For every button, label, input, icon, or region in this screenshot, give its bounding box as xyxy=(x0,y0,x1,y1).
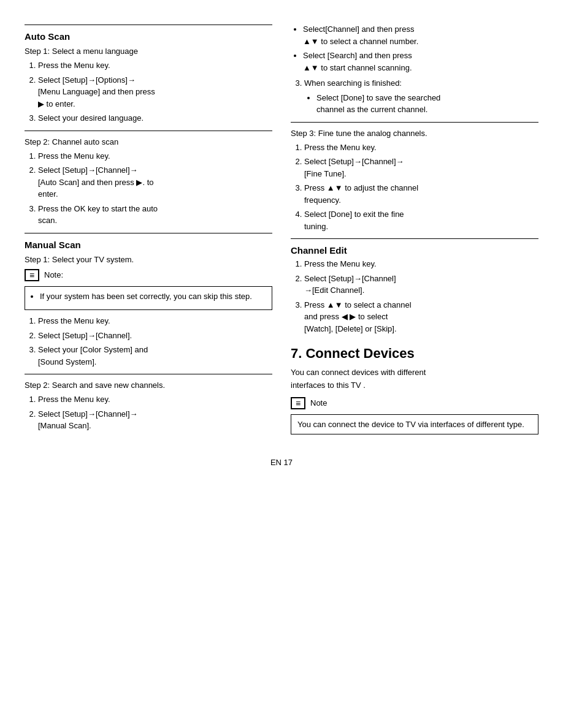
list-item: Press the Menu key. xyxy=(304,258,538,270)
list-item: Press ▲▼ to adjust the channelfrequency. xyxy=(304,182,538,206)
auto-scan-title: Auto Scan xyxy=(25,31,272,42)
list-item: Press the Menu key. xyxy=(38,315,272,327)
list-item: Select your [Color System] and[Sound Sys… xyxy=(38,344,272,368)
auto-scan-right-bullets: Select[Channel] and then press▲▼ to sele… xyxy=(303,23,538,74)
channel-edit-list: Press the Menu key. Select [Setup]→[Chan… xyxy=(304,258,538,335)
connect-note-icon xyxy=(291,397,305,409)
list-item: Select [Setup]→[Options]→[Menu Language]… xyxy=(38,74,272,110)
list-item: Select [Done] to save the searchedchanne… xyxy=(316,92,538,116)
list-item: If your system has been set correctly, y… xyxy=(40,290,266,303)
right-column: Select[Channel] and then press▲▼ to sele… xyxy=(291,18,538,439)
list-item: Select [Setup]→[Channel]→[Auto Scan] and… xyxy=(38,164,272,200)
list-item: Select [Done] to exit the finetuning. xyxy=(304,208,538,232)
list-item: Press the Menu key. xyxy=(38,150,272,162)
list-item: Press the Menu key. xyxy=(304,142,538,154)
page-number: EN 17 xyxy=(270,458,293,467)
fine-tune-list: Press the Menu key. Select [Setup]→[Chan… xyxy=(304,142,538,233)
list-item: Select [Setup]→[Channel]→[Manual Scan]. xyxy=(38,408,272,432)
manual-scan-title: Manual Scan xyxy=(25,240,272,250)
connect-devices-intro: You can connect devices with differentin… xyxy=(291,366,538,392)
list-item: Press ▲▼ to select a channeland press ◀ … xyxy=(304,299,538,335)
page-footer: EN 17 xyxy=(25,458,538,467)
step-divider-2 xyxy=(25,374,272,374)
list-item: Select [Setup]→[Channel]. xyxy=(38,330,272,342)
connect-note-box: You can connect the device to TV via int… xyxy=(291,414,538,435)
top-divider-left xyxy=(25,25,272,25)
note-bullet-list: If your system has been set correctly, y… xyxy=(40,290,266,303)
manual-scan-step2-list: Press the Menu key. Select [Setup]→[Chan… xyxy=(38,393,272,432)
auto-scan-step2-header: Step 2: Channel auto scan xyxy=(25,137,272,146)
note-icon xyxy=(25,269,39,281)
connect-note-text: You can connect the device to TV via int… xyxy=(297,420,524,429)
list-item: Select [Setup]→[Channel]→[Fine Tune]. xyxy=(304,156,538,180)
list-item: Select[Channel] and then press▲▼ to sele… xyxy=(303,23,538,47)
list-item: Press the Menu key. xyxy=(38,393,272,406)
fine-tune-step-header: Step 3: Fine tune the analog channels. xyxy=(291,129,538,138)
manual-scan-step1-header: Step 1: Select your TV system. xyxy=(25,255,272,264)
list-item: Select your desired language. xyxy=(38,112,272,124)
list-item: Press the OK key to start the autoscan. xyxy=(38,203,272,227)
manual-scan-step1-list: Press the Menu key. Select [Setup]→[Chan… xyxy=(38,315,272,368)
step-divider-1 xyxy=(25,131,272,131)
connect-devices-title: 7. Connect Devices xyxy=(291,346,538,362)
note-inline: Note: xyxy=(25,269,272,281)
step3-sub-bullets: Select [Done] to save the searchedchanne… xyxy=(316,92,538,116)
auto-scan-step1-list: Press the Menu key. Select [Setup]→[Opti… xyxy=(38,59,272,124)
step3-divider xyxy=(291,122,538,123)
auto-scan-step1-header: Step 1: Select a menu language xyxy=(25,47,272,56)
manual-scan-divider xyxy=(25,233,272,233)
auto-scan-step3-list: When searching is finished: Select [Done… xyxy=(304,77,538,116)
list-item: Press the Menu key. xyxy=(38,59,272,72)
connect-note-label: Note xyxy=(310,398,327,408)
list-item: When searching is finished: Select [Done… xyxy=(304,77,538,116)
connect-note-inline: Note xyxy=(291,397,538,409)
channel-edit-divider xyxy=(291,238,538,239)
manual-scan-step2-header: Step 2: Search and save new channels. xyxy=(25,381,272,390)
note-label: Note: xyxy=(44,270,63,279)
note-box-system: If your system has been set correctly, y… xyxy=(25,286,272,311)
auto-scan-step2-list: Press the Menu key. Select [Setup]→[Chan… xyxy=(38,150,272,227)
channel-edit-title: Channel Edit xyxy=(291,245,538,256)
list-item: Select [Search] and then press▲▼ to star… xyxy=(303,50,538,74)
list-item: Select [Setup]→[Channel]→[Edit Channel]. xyxy=(304,273,538,297)
left-column: Auto Scan Step 1: Select a menu language… xyxy=(25,18,272,439)
